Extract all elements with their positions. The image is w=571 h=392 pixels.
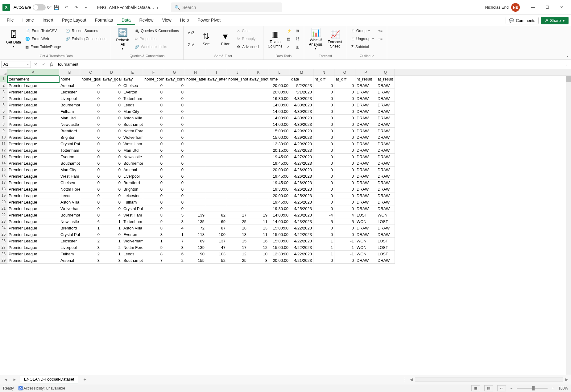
cell[interactable]: Tottenham <box>122 218 143 225</box>
row-header[interactable]: 21 <box>0 205 7 212</box>
cell[interactable]: DRAW <box>376 160 395 167</box>
cell[interactable]: 0 <box>80 121 101 128</box>
cell[interactable]: 5 <box>313 218 334 225</box>
cell[interactable]: 4/26/2023 <box>290 173 313 179</box>
cell[interactable] <box>206 121 227 128</box>
cell[interactable]: DRAW <box>376 173 395 179</box>
tab-home[interactable]: Home <box>18 16 38 25</box>
cell[interactable]: LOST <box>376 251 395 257</box>
cell[interactable]: 12 <box>227 251 248 257</box>
filter-button[interactable]: ▼Filter <box>217 27 234 51</box>
cell[interactable]: 0 <box>164 82 185 89</box>
cell[interactable]: 0 <box>164 186 185 192</box>
ungroup-button[interactable]: ⊟Ungroup ▾ <box>350 35 375 43</box>
row-header[interactable]: 1 <box>0 76 7 82</box>
cell[interactable] <box>185 167 206 173</box>
cell[interactable]: 0 <box>313 89 334 95</box>
avatar[interactable]: NE <box>511 3 520 12</box>
cell[interactable] <box>227 167 248 173</box>
cell[interactable]: Fulham <box>59 108 80 115</box>
sort-button[interactable]: ⇅Sort <box>197 27 215 51</box>
cell[interactable]: 8 <box>143 212 164 218</box>
cell[interactable]: 135 <box>185 218 206 225</box>
cell[interactable]: Chelsea <box>59 179 80 186</box>
cell[interactable]: Leicester <box>59 89 80 95</box>
column-header[interactable]: P <box>355 69 376 76</box>
cell[interactable] <box>248 167 269 173</box>
advanced-button[interactable]: ⚙Advanced <box>236 43 260 51</box>
cell[interactable]: -1 <box>334 251 355 257</box>
cell[interactable]: Premier League <box>7 147 59 154</box>
cell[interactable]: LOST <box>376 244 395 251</box>
cell[interactable]: 0 <box>334 89 355 95</box>
column-header[interactable]: B <box>59 69 80 76</box>
cell[interactable]: home_attempts <box>185 76 206 82</box>
cell[interactable]: DRAW <box>355 179 376 186</box>
recent-sources-button[interactable]: 🕘Recent Sources <box>64 27 108 35</box>
cell[interactable]: 0 <box>80 141 101 147</box>
cell[interactable] <box>206 205 227 212</box>
cell[interactable]: DRAW <box>376 82 395 89</box>
cell[interactable]: 0 <box>164 102 185 108</box>
cell[interactable]: 12:30:00 <box>269 141 290 147</box>
cell[interactable]: West Ham <box>122 141 143 147</box>
cell[interactable] <box>206 141 227 147</box>
cell[interactable]: away <box>122 76 143 82</box>
cell[interactable]: 4/26/2023 <box>290 167 313 173</box>
cell[interactable]: 0 <box>80 231 101 238</box>
cell[interactable]: Aston Villa <box>122 115 143 121</box>
minimize-button[interactable]: — <box>526 2 540 12</box>
column-header[interactable]: Q <box>376 69 395 76</box>
row-header[interactable]: 17 <box>0 179 7 186</box>
cell[interactable] <box>185 160 206 167</box>
cell[interactable]: 0 <box>334 134 355 141</box>
cell[interactable]: 0 <box>143 205 164 212</box>
zoom-level[interactable]: 100% <box>558 386 568 390</box>
cell[interactable] <box>185 134 206 141</box>
cell[interactable]: 72 <box>185 225 206 231</box>
cell[interactable]: 4/23/2023 <box>290 218 313 225</box>
cell[interactable] <box>185 89 206 95</box>
cell[interactable]: DRAW <box>355 147 376 154</box>
row-header[interactable]: 15 <box>0 167 7 173</box>
maximize-button[interactable]: ☐ <box>540 2 554 12</box>
cell[interactable] <box>227 89 248 95</box>
cell[interactable] <box>185 186 206 192</box>
cell[interactable]: 19:45:00 <box>269 154 290 160</box>
column-header[interactable]: G <box>164 69 185 76</box>
accessibility-status[interactable]: ♿ Accessibility: Unavailable <box>18 386 65 390</box>
cell[interactable]: 6 <box>164 251 185 257</box>
cell[interactable]: DRAW <box>376 205 395 212</box>
row-header[interactable]: 18 <box>0 186 7 192</box>
row-header[interactable]: 4 <box>0 95 7 102</box>
cell[interactable]: 0 <box>313 102 334 108</box>
cell[interactable]: 0 <box>80 128 101 134</box>
cell[interactable] <box>206 173 227 179</box>
expand-formula-bar-button[interactable]: ⌄ <box>563 62 570 66</box>
row-header[interactable]: 9 <box>0 128 7 134</box>
cell[interactable]: Bournemouth <box>122 160 143 167</box>
cell[interactable]: 0 <box>164 179 185 186</box>
cell[interactable]: 13 <box>227 231 248 238</box>
cell[interactable] <box>206 160 227 167</box>
cell[interactable]: Leicester <box>59 238 80 244</box>
cell[interactable]: 0 <box>164 128 185 134</box>
cell[interactable] <box>227 128 248 134</box>
cell[interactable]: home_shots <box>227 76 248 82</box>
cell[interactable]: DRAW <box>376 257 395 264</box>
cell[interactable] <box>227 160 248 167</box>
cell[interactable]: 20:00:00 <box>269 192 290 199</box>
cell[interactable] <box>248 173 269 179</box>
cell[interactable]: 0 <box>101 147 122 154</box>
cell[interactable]: LOST <box>355 212 376 218</box>
cell[interactable]: 15 <box>227 238 248 244</box>
cell[interactable]: at_result <box>376 76 395 82</box>
cell[interactable] <box>227 134 248 141</box>
cell[interactable]: 4/29/2023 <box>290 141 313 147</box>
row-header[interactable]: 26 <box>0 238 7 244</box>
cell[interactable] <box>248 102 269 108</box>
cell[interactable]: DRAW <box>355 225 376 231</box>
cell[interactable]: 0 <box>313 154 334 160</box>
cell[interactable] <box>227 82 248 89</box>
cell[interactable]: WON <box>355 218 376 225</box>
